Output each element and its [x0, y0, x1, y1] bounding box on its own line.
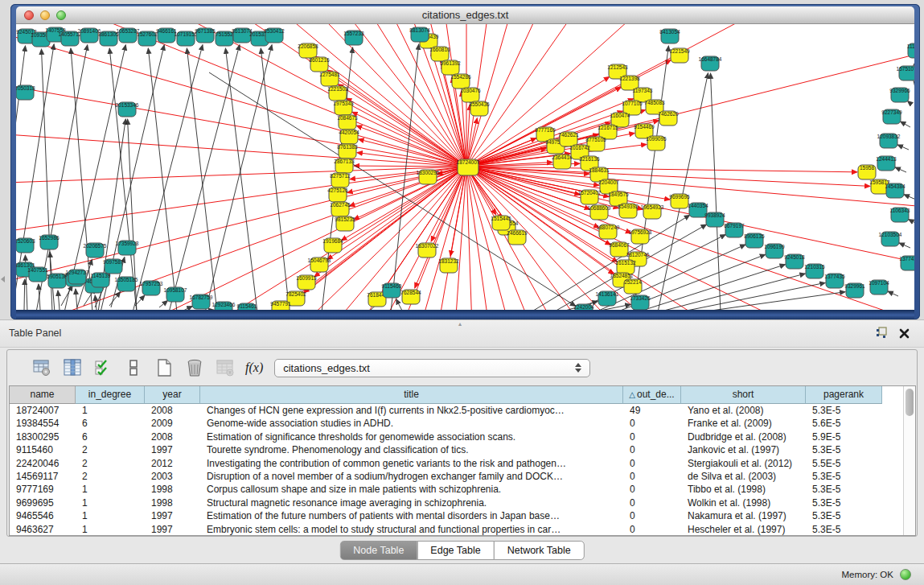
cell-out_de[interactable]: 0: [623, 523, 681, 536]
cell-short[interactable]: Jankovic et al. (1997): [681, 443, 806, 456]
table-row[interactable]: 946362711997Embryonic stem cells: a mode…: [10, 523, 903, 536]
cell-year[interactable]: 2008: [145, 404, 200, 417]
cell-in_degree[interactable]: 6: [76, 431, 145, 443]
cell-title[interactable]: Corpus callosum shape and size in male p…: [200, 483, 623, 496]
cell-in_degree[interactable]: 2: [76, 470, 145, 483]
vertical-scrollbar[interactable]: [903, 386, 915, 535]
tab-network-table[interactable]: Network Table: [494, 541, 585, 560]
column-header-pagerank[interactable]: pagerank: [806, 386, 882, 404]
cell-out_de[interactable]: 0: [623, 457, 681, 470]
cell-year[interactable]: 1998: [145, 483, 200, 496]
cell-pagerank[interactable]: 5.6E-5: [806, 417, 882, 430]
cell-name[interactable]: 14569117: [10, 470, 76, 483]
column-checklist-icon[interactable]: [92, 357, 113, 378]
float-panel-icon[interactable]: [876, 327, 888, 342]
table-row[interactable]: 1830029562008Estimation of significance …: [10, 431, 903, 443]
cell-year[interactable]: 2012: [145, 457, 200, 470]
cell-out_de[interactable]: 0: [623, 431, 681, 443]
citation-graph[interactable]: 1872400722068588601216127548112215031975…: [16, 24, 914, 310]
table-column-icon[interactable]: [62, 357, 83, 378]
column-header-in_degree[interactable]: in_degree: [76, 386, 145, 404]
cell-in_degree[interactable]: 6: [76, 417, 145, 430]
cell-title[interactable]: Genome-wide association studies in ADHD.: [200, 417, 623, 430]
cell-pagerank[interactable]: 5.3E-5: [806, 443, 882, 456]
cell-title[interactable]: Tourette syndrome. Phenomenology and cla…: [200, 443, 623, 456]
table-row[interactable]: 977716911998Corpus callosum shape and si…: [10, 483, 903, 496]
cell-pagerank[interactable]: 5.3E-5: [806, 523, 882, 536]
table-row[interactable]: 946554611997Estimation of the future num…: [10, 509, 903, 522]
function-builder-icon[interactable]: f(x): [245, 360, 263, 375]
cell-out_de[interactable]: 0: [623, 496, 681, 509]
cell-pagerank[interactable]: 5.3E-5: [806, 470, 882, 483]
cell-pagerank[interactable]: 5.9E-5: [806, 431, 882, 443]
tab-node-table[interactable]: Node Table: [339, 541, 417, 560]
cell-title[interactable]: Estimation of the future numbers of pati…: [200, 509, 623, 522]
column-header-short[interactable]: short: [681, 386, 806, 404]
cell-year[interactable]: 1997: [145, 443, 200, 456]
cell-title[interactable]: Investigating the contribution of common…: [200, 457, 623, 470]
cell-year[interactable]: 1997: [145, 509, 200, 522]
cell-in_degree[interactable]: 1: [76, 523, 145, 536]
table-selector-dropdown[interactable]: citations_edges.txt: [274, 359, 590, 377]
cell-out_de[interactable]: 0: [623, 470, 681, 483]
cell-out_de[interactable]: 0: [623, 417, 681, 430]
cell-name[interactable]: 18724007: [10, 404, 76, 417]
cell-short[interactable]: Stergiakouli et al. (2012): [681, 457, 806, 470]
cell-year[interactable]: 1997: [145, 523, 200, 536]
close-window-icon[interactable]: [24, 10, 34, 20]
close-panel-icon[interactable]: [899, 328, 910, 342]
table-row[interactable]: 1938455462009Genome-wide association stu…: [10, 417, 903, 430]
cell-in_degree[interactable]: 1: [76, 509, 145, 522]
cell-short[interactable]: Tibbo et al. (1998): [681, 483, 806, 496]
cell-title[interactable]: Disruption of a novel member of a sodium…: [200, 470, 623, 483]
cell-name[interactable]: 22420046: [10, 457, 76, 470]
cell-title[interactable]: Embryonic stem cells: a model to study s…: [200, 523, 623, 536]
cell-name[interactable]: 9463627: [10, 523, 76, 536]
cell-pagerank[interactable]: 5.3E-5: [806, 404, 882, 417]
cell-short[interactable]: de Silva et al. (2003): [681, 470, 806, 483]
cell-out_de[interactable]: 0: [623, 443, 681, 456]
cell-title[interactable]: Structural magnetic resonance image aver…: [200, 496, 623, 509]
column-header-out_de[interactable]: △out_de...: [623, 386, 681, 404]
table-row[interactable]: 1872400712008Changes of HCN gene express…: [10, 404, 903, 417]
cell-name[interactable]: 9777169: [10, 483, 76, 496]
cell-title[interactable]: Estimation of significance thresholds fo…: [200, 431, 623, 443]
network-view-window[interactable]: citations_edges.txt 18724007220685886012…: [10, 4, 920, 319]
minimize-window-icon[interactable]: [40, 10, 50, 20]
cell-out_de[interactable]: 0: [623, 509, 681, 522]
cell-year[interactable]: 2009: [145, 417, 200, 430]
tab-edge-table[interactable]: Edge Table: [417, 541, 494, 560]
network-canvas[interactable]: 1872400722068588601216127548112215031975…: [16, 24, 914, 310]
cell-year[interactable]: 2003: [145, 470, 200, 483]
cell-short[interactable]: Franke et al. (2009): [681, 417, 806, 430]
cell-short[interactable]: Hescheler et al. (1997): [681, 523, 806, 536]
new-document-icon[interactable]: [154, 357, 175, 378]
delete-table-disabled-icon[interactable]: [215, 357, 236, 378]
cell-short[interactable]: Yano et al. (2008): [681, 404, 806, 417]
table-row[interactable]: 2242004622012Investigating the contribut…: [10, 457, 903, 470]
scrollbar-thumb[interactable]: [906, 389, 914, 416]
cell-in_degree[interactable]: 1: [76, 483, 145, 496]
cell-name[interactable]: 9699695: [10, 496, 76, 509]
cell-name[interactable]: 19384554: [10, 417, 76, 430]
cell-out_de[interactable]: 0: [623, 483, 681, 496]
table-row[interactable]: 911546021997Tourette syndrome. Phenomeno…: [10, 443, 903, 456]
split-divider-grip[interactable]: ▴: [458, 322, 466, 327]
cell-pagerank[interactable]: 5.5E-5: [806, 457, 882, 470]
cell-pagerank[interactable]: 5.3E-5: [806, 496, 882, 509]
cell-title[interactable]: Changes of HCN gene expression and I(f) …: [200, 404, 623, 417]
cell-year[interactable]: 2008: [145, 431, 200, 443]
panel-collapse-arrow-icon[interactable]: [1, 276, 5, 282]
table-settings-icon[interactable]: [31, 357, 52, 378]
cell-pagerank[interactable]: 5.3E-5: [806, 483, 882, 496]
cell-short[interactable]: Dudbridge et al. (2008): [681, 431, 806, 443]
table-row[interactable]: 969969511998Structural magnetic resonanc…: [10, 496, 903, 509]
cell-name[interactable]: 18300295: [10, 431, 76, 443]
column-header-title[interactable]: title: [200, 386, 623, 404]
window-titlebar[interactable]: citations_edges.txt: [16, 6, 914, 24]
column-header-name[interactable]: name: [10, 386, 76, 404]
cell-in_degree[interactable]: 2: [76, 443, 145, 456]
trash-icon[interactable]: [184, 357, 205, 378]
zoom-window-icon[interactable]: [56, 10, 66, 20]
cell-in_degree[interactable]: 1: [76, 404, 145, 417]
